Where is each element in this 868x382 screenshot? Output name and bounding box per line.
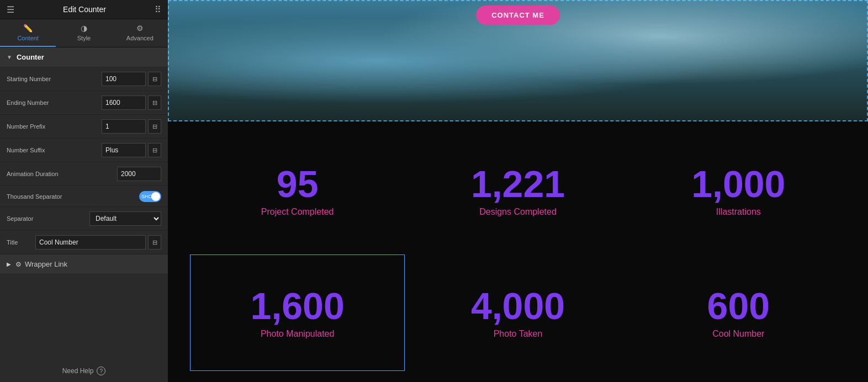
tab-style[interactable]: ◑ Style xyxy=(56,19,112,47)
style-icon: ◑ xyxy=(81,24,87,33)
pencil-icon: ✏️ xyxy=(23,24,33,33)
counter-cell-4-selected[interactable]: 1,600 Photo Manipulated xyxy=(190,254,405,371)
counter-cell-1: 95 Project Completed xyxy=(190,132,405,249)
starting-number-label: Starting Number xyxy=(7,76,102,82)
left-panel: ☰ Edit Counter ⠿ ✏️ Content ◑ Style ⚙ Ad… xyxy=(0,0,168,382)
starting-number-input-wrap: ⊟ xyxy=(102,72,161,86)
panel-header: ☰ Edit Counter ⠿ xyxy=(0,0,168,19)
counter-cell-3: 1,000 Illastrations xyxy=(631,132,846,249)
canvas-area: CONTACT ME 95 Project Completed 1,221 De… xyxy=(168,0,868,382)
separator-label: Separator xyxy=(7,215,89,222)
ending-number-input-wrap: ⊟ xyxy=(102,96,161,110)
counter-number-3: 1,000 xyxy=(691,165,785,203)
tabs-bar: ✏️ Content ◑ Style ⚙ Advanced xyxy=(0,19,168,47)
grid-icon[interactable]: ⠿ xyxy=(155,4,161,15)
title-row: Title ⊟ xyxy=(0,231,168,254)
suffix-label: Number Suffix xyxy=(7,147,102,153)
need-help-label: Need Help xyxy=(62,367,94,375)
suffix-input-wrap: ⊟ xyxy=(102,143,161,157)
title-label: Title xyxy=(7,239,35,246)
thousand-toggle[interactable]: SHOW xyxy=(139,191,161,202)
help-icon: ? xyxy=(97,367,105,375)
title-input-wrap: ⊟ xyxy=(35,235,161,250)
separator-row: Separator Default Comma Period Space xyxy=(0,207,168,231)
separator-select[interactable]: Default Comma Period Space xyxy=(89,211,161,226)
animation-label: Animation Duration xyxy=(7,171,117,177)
counter-cell-6: 600 Cool Number xyxy=(631,254,846,371)
starting-number-input[interactable] xyxy=(102,72,146,86)
ending-number-input[interactable] xyxy=(102,96,146,110)
counter-cell-5: 4,000 Photo Taken xyxy=(410,254,625,371)
canvas-counters-grid: 95 Project Completed 1,221 Designs Compl… xyxy=(168,121,868,382)
ending-number-row: Ending Number ⊟ xyxy=(0,91,168,115)
gear-icon: ⚙ xyxy=(136,24,144,33)
chevron-right-icon: ▶ xyxy=(7,261,11,267)
counter-label-3: Illastrations xyxy=(716,207,761,217)
tab-advanced[interactable]: ⚙ Advanced xyxy=(112,19,168,47)
animation-row: Animation Duration xyxy=(0,162,168,186)
prefix-label: Number Prefix xyxy=(7,123,102,130)
contact-me-button[interactable]: CONTACT ME xyxy=(476,6,560,25)
counter-section-header[interactable]: ▼ Counter xyxy=(0,47,168,67)
hamburger-icon[interactable]: ☰ xyxy=(7,4,14,15)
counter-number-5: 4,000 xyxy=(471,287,565,325)
starting-number-copy-btn[interactable]: ⊟ xyxy=(148,72,161,86)
wrapper-gear-icon: ⚙ xyxy=(15,261,22,268)
counter-number-1: 95 xyxy=(277,165,319,203)
suffix-copy-btn[interactable]: ⊟ xyxy=(148,143,161,157)
counter-label-2: Designs Completed xyxy=(479,207,557,217)
counter-number-4: 1,600 xyxy=(251,287,345,325)
tab-content-label: Content xyxy=(17,35,39,41)
thousand-toggle-wrap: SHOW xyxy=(139,191,161,202)
thousand-row: Thousand Separator SHOW xyxy=(0,186,168,207)
tab-content[interactable]: ✏️ Content xyxy=(0,19,56,47)
tab-style-label: Style xyxy=(77,35,91,41)
prefix-input[interactable] xyxy=(102,119,146,134)
starting-number-row: Starting Number ⊟ xyxy=(0,67,168,91)
suffix-input[interactable] xyxy=(102,143,146,157)
counter-label-5: Photo Taken xyxy=(494,329,543,339)
wrapper-label: Wrapper Link xyxy=(25,260,67,268)
tab-advanced-label: Advanced xyxy=(126,35,154,41)
ending-number-copy-btn[interactable]: ⊟ xyxy=(148,96,161,110)
counter-label-1: Project Completed xyxy=(261,207,334,217)
canvas-top: CONTACT ME xyxy=(168,0,868,121)
animation-input[interactable] xyxy=(117,167,161,181)
panel-title: Edit Counter xyxy=(63,5,106,14)
ending-number-label: Ending Number xyxy=(7,99,102,106)
need-help-section[interactable]: Need Help ? xyxy=(0,360,168,382)
prefix-row: Number Prefix ⊟ xyxy=(0,115,168,139)
counter-cell-2: 1,221 Designs Completed xyxy=(410,132,625,249)
title-copy-btn[interactable]: ⊟ xyxy=(148,235,161,250)
counter-section-label: Counter xyxy=(17,53,44,61)
thousand-label: Thousand Separator xyxy=(7,193,139,200)
prefix-input-wrap: ⊟ xyxy=(102,119,161,134)
suffix-row: Number Suffix ⊟ xyxy=(0,139,168,162)
counter-label-4: Photo Manipulated xyxy=(261,329,334,339)
prefix-copy-btn[interactable]: ⊟ xyxy=(148,119,161,134)
animation-input-wrap xyxy=(117,167,161,181)
title-input[interactable] xyxy=(35,235,146,250)
counter-label-6: Cool Number xyxy=(712,329,764,339)
counter-number-6: 600 xyxy=(707,287,770,325)
chevron-down-icon: ▼ xyxy=(7,54,12,60)
wrapper-section[interactable]: ▶ ⚙ Wrapper Link xyxy=(0,254,168,274)
counter-number-2: 1,221 xyxy=(471,165,565,203)
toggle-knob xyxy=(151,192,160,201)
